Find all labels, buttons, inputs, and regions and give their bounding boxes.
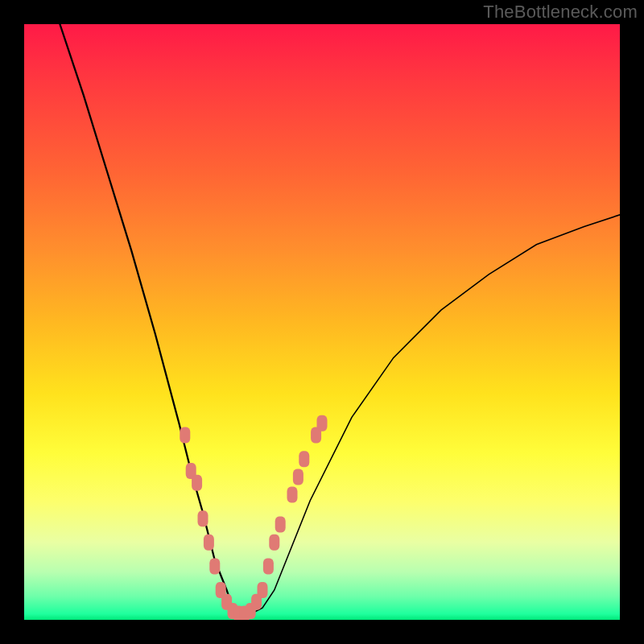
marker-point — [299, 451, 309, 467]
bottleneck-curve — [60, 24, 620, 614]
marker-point — [198, 510, 208, 526]
marker-point — [180, 427, 190, 444]
watermark-text: TheBottleneck.com — [483, 2, 638, 23]
marker-point — [269, 535, 279, 551]
chart-svg — [24, 24, 620, 620]
marker-point — [317, 415, 328, 431]
marker-point — [293, 469, 303, 485]
marker-point — [204, 535, 214, 551]
marker-point — [258, 582, 268, 598]
marker-point — [275, 517, 286, 533]
marker-point — [192, 475, 202, 491]
curve-right — [238, 215, 620, 614]
marker-point — [287, 487, 298, 503]
marker-point — [209, 558, 220, 574]
curve-left — [60, 24, 238, 614]
marker-group — [180, 415, 327, 620]
marker-point — [263, 558, 274, 574]
plot-area — [24, 24, 620, 620]
